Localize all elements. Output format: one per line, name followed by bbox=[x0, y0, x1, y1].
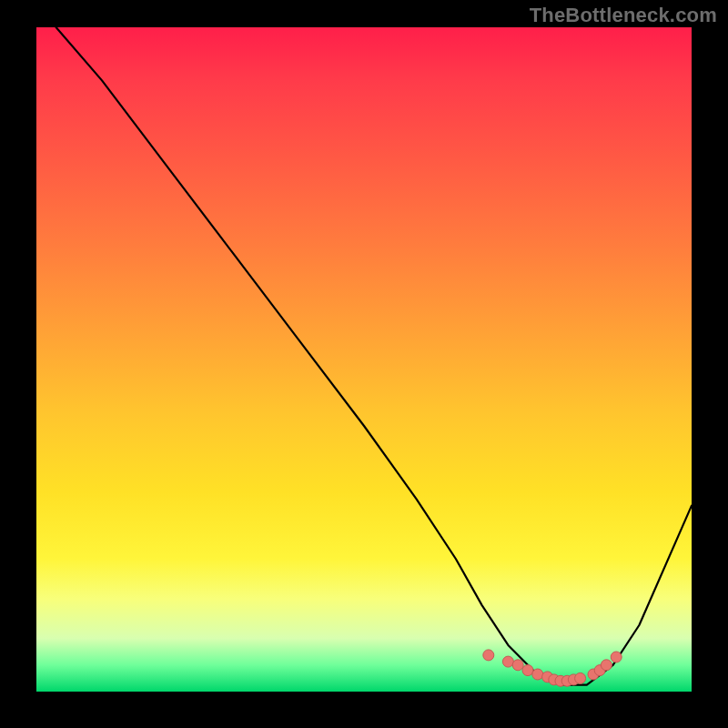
curve-marker bbox=[483, 650, 494, 661]
plot-area bbox=[36, 27, 692, 692]
curve-marker bbox=[532, 669, 543, 680]
bottleneck-curve bbox=[56, 27, 692, 685]
curve-marker bbox=[512, 660, 523, 671]
curve-markers bbox=[483, 650, 622, 686]
curve-marker bbox=[575, 672, 586, 683]
curve-marker bbox=[601, 660, 612, 671]
curve-marker bbox=[522, 665, 533, 676]
chart-frame: TheBottleneck.com bbox=[0, 0, 728, 728]
watermark-text: TheBottleneck.com bbox=[530, 4, 717, 27]
chart-svg bbox=[36, 27, 692, 692]
curve-marker bbox=[502, 656, 513, 667]
curve-marker bbox=[611, 652, 622, 662]
